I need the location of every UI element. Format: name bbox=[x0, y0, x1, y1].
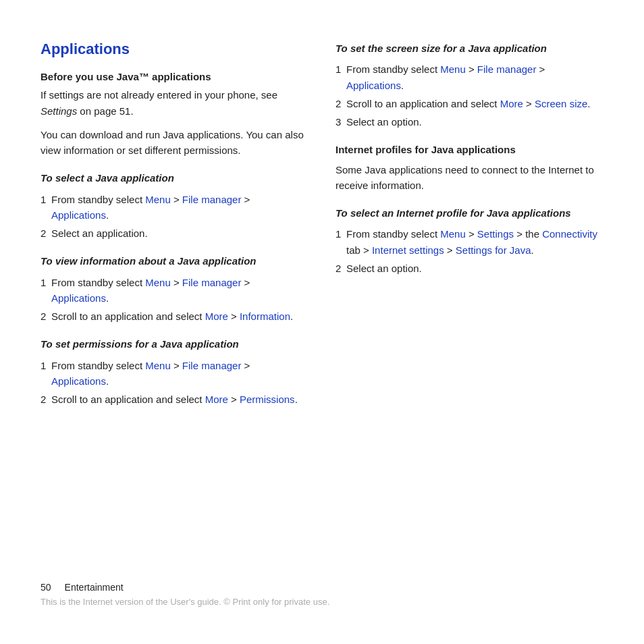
right-column: To set the screen size for a Java applic… bbox=[336, 41, 603, 568]
list-item: 1 From standby select Menu > File manage… bbox=[336, 61, 603, 93]
link-applications-1[interactable]: Applications bbox=[51, 209, 106, 221]
section-view-info-heading: To view information about a Java applica… bbox=[41, 253, 308, 269]
footer-page-number: 50 bbox=[41, 582, 51, 593]
link-filemanager-1[interactable]: File manager bbox=[182, 194, 242, 205]
link-applications-4[interactable]: Applications bbox=[346, 80, 401, 91]
list-item: 1 From standby select Menu > File manage… bbox=[41, 358, 308, 390]
link-applications-2[interactable]: Applications bbox=[51, 292, 106, 304]
link-filemanager-2[interactable]: File manager bbox=[182, 277, 242, 288]
footer-section: Entertainment bbox=[65, 582, 124, 593]
section-select-java-heading: To select a Java application bbox=[41, 170, 308, 186]
section-set-permissions: To set permissions for a Java applicatio… bbox=[41, 336, 308, 407]
intro-section: Before you use Java™ applications If set… bbox=[41, 69, 308, 158]
link-more-2[interactable]: More bbox=[205, 394, 228, 405]
section-internet-profiles-body: Some Java applications need to connect t… bbox=[336, 162, 603, 194]
link-information[interactable]: Information bbox=[240, 311, 290, 322]
link-menu-4[interactable]: Menu bbox=[440, 63, 466, 75]
intro-p2: You can download and run Java applicatio… bbox=[41, 127, 308, 159]
section-select-java-steps: 1 From standby select Menu > File manage… bbox=[41, 192, 308, 242]
link-connectivity[interactable]: Connectivity bbox=[542, 228, 597, 240]
link-menu-2[interactable]: Menu bbox=[145, 277, 171, 288]
section-select-internet-profile-heading: To select an Internet profile for Java a… bbox=[336, 205, 603, 221]
intro-p1: If settings are not already entered in y… bbox=[41, 87, 308, 119]
section-screen-size-steps: 1 From standby select Menu > File manage… bbox=[336, 61, 603, 130]
section-select-internet-profile-steps: 1 From standby select Menu > Settings > … bbox=[336, 226, 603, 276]
content-area: Applications Before you use Java™ applic… bbox=[41, 41, 603, 568]
section-set-permissions-steps: 1 From standby select Menu > File manage… bbox=[41, 358, 308, 408]
list-item: 2 Select an option. bbox=[336, 261, 603, 276]
intro-bold: Before you use Java™ applications bbox=[41, 69, 308, 84]
section-view-info: To view information about a Java applica… bbox=[41, 253, 308, 324]
link-more-3[interactable]: More bbox=[500, 98, 523, 109]
footer-row: 50 Entertainment bbox=[41, 582, 603, 593]
section-view-info-steps: 1 From standby select Menu > File manage… bbox=[41, 275, 308, 325]
section-set-permissions-heading: To set permissions for a Java applicatio… bbox=[41, 336, 308, 352]
link-menu-5[interactable]: Menu bbox=[440, 228, 466, 240]
left-column: Applications Before you use Java™ applic… bbox=[41, 41, 308, 568]
link-filemanager-3[interactable]: File manager bbox=[182, 360, 242, 371]
link-applications-3[interactable]: Applications bbox=[51, 375, 106, 387]
page-heading: Applications bbox=[41, 41, 308, 58]
link-internet-settings[interactable]: Internet settings bbox=[372, 244, 444, 256]
list-item: 1 From standby select Menu > File manage… bbox=[41, 275, 308, 306]
list-item: 3 Select an option. bbox=[336, 114, 603, 130]
link-settings-for-java[interactable]: Settings for Java bbox=[456, 244, 531, 256]
page-container: Applications Before you use Java™ applic… bbox=[0, 0, 644, 644]
link-settings[interactable]: Settings bbox=[477, 228, 514, 240]
list-item: 1 From standby select Menu > Settings > … bbox=[336, 226, 603, 258]
list-item: 2 Select an application. bbox=[41, 225, 308, 241]
link-menu-3[interactable]: Menu bbox=[145, 360, 171, 371]
section-internet-profiles: Internet profiles for Java applications … bbox=[336, 142, 603, 193]
section-internet-profiles-heading: Internet profiles for Java applications bbox=[336, 142, 603, 157]
list-item: 2 Scroll to an application and select Mo… bbox=[41, 392, 308, 407]
link-filemanager-4[interactable]: File manager bbox=[477, 63, 537, 75]
link-more-1[interactable]: More bbox=[205, 311, 228, 322]
footer-note: This is the Internet version of the User… bbox=[41, 595, 603, 609]
list-item: 2 Scroll to an application and select Mo… bbox=[336, 96, 603, 111]
link-screen-size[interactable]: Screen size bbox=[535, 98, 587, 109]
link-menu-1[interactable]: Menu bbox=[145, 194, 171, 205]
footer: 50 Entertainment This is the Internet ve… bbox=[41, 568, 603, 617]
section-screen-size-heading: To set the screen size for a Java applic… bbox=[336, 41, 603, 56]
list-item: 1 From standby select Menu > File manage… bbox=[41, 192, 308, 223]
list-item: 2 Scroll to an application and select Mo… bbox=[41, 308, 308, 324]
section-select-internet-profile: To select an Internet profile for Java a… bbox=[336, 205, 603, 276]
section-screen-size: To set the screen size for a Java applic… bbox=[336, 41, 603, 130]
section-select-java: To select a Java application 1 From stan… bbox=[41, 170, 308, 241]
link-permissions[interactable]: Permissions bbox=[240, 394, 295, 405]
